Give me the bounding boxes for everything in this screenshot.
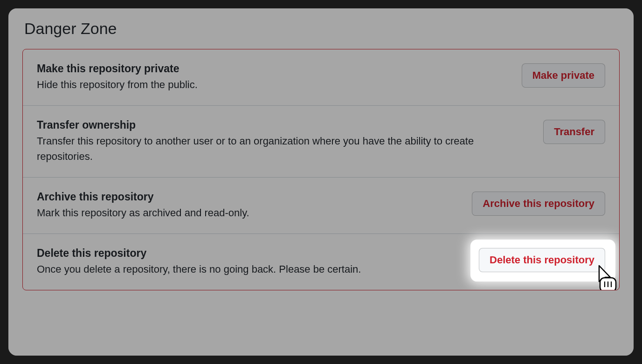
- archive-repository-desc: Mark this repository as archived and rea…: [37, 205, 461, 220]
- archive-repository-title: Archive this repository: [37, 191, 461, 203]
- make-private-row: Make this repository private Hide this r…: [23, 49, 619, 106]
- danger-zone-box: Make this repository private Hide this r…: [22, 49, 620, 290]
- delete-repository-title: Delete this repository: [37, 247, 468, 260]
- make-private-button[interactable]: Make private: [522, 63, 605, 88]
- make-private-desc: Hide this repository from the public.: [37, 77, 511, 92]
- row-text: Transfer ownership Transfer this reposit…: [37, 119, 532, 164]
- highlighted-action: Delete this repository: [479, 247, 605, 272]
- row-text: Delete this repository Once you delete a…: [37, 247, 468, 277]
- transfer-ownership-row: Transfer ownership Transfer this reposit…: [23, 106, 619, 178]
- transfer-button[interactable]: Transfer: [543, 120, 605, 144]
- delete-repository-desc: Once you delete a repository, there is n…: [37, 261, 468, 277]
- settings-panel: Danger Zone Make this repository private…: [8, 8, 634, 356]
- transfer-ownership-title: Transfer ownership: [37, 119, 532, 131]
- danger-zone-section: Danger Zone Make this repository private…: [8, 8, 634, 356]
- make-private-title: Make this repository private: [37, 62, 511, 75]
- archive-repository-row: Archive this repository Mark this reposi…: [23, 178, 619, 234]
- row-text: Archive this repository Mark this reposi…: [37, 191, 461, 220]
- archive-repository-button[interactable]: Archive this repository: [472, 192, 605, 216]
- delete-repository-button[interactable]: Delete this repository: [479, 248, 605, 272]
- delete-repository-row: Delete this repository Once you delete a…: [23, 234, 619, 290]
- row-text: Make this repository private Hide this r…: [37, 62, 511, 92]
- danger-zone-heading: Danger Zone: [24, 20, 620, 38]
- transfer-ownership-desc: Transfer this repository to another user…: [37, 133, 532, 164]
